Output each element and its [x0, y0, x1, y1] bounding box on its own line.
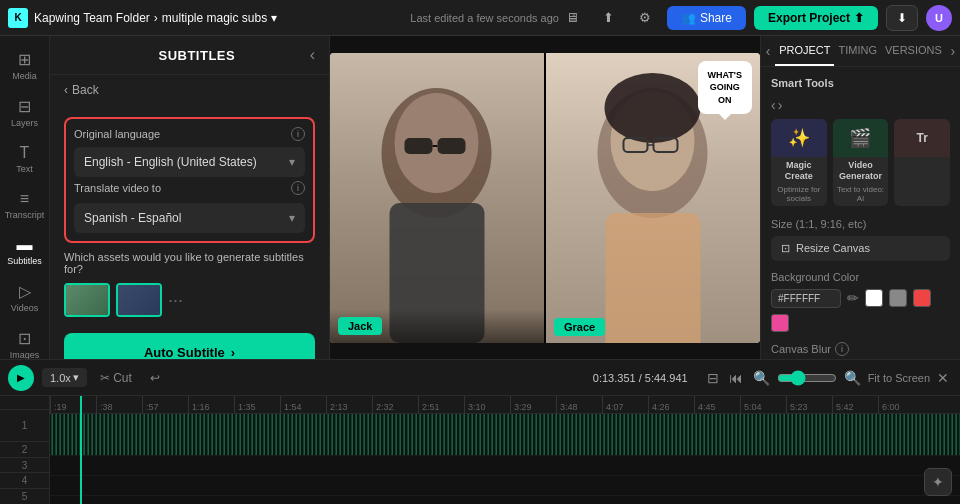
smart-tools-next[interactable]: › [778, 97, 783, 113]
ruler-mark-504: 5:04 [740, 396, 786, 414]
undo-button[interactable]: ↩ [145, 368, 165, 388]
language-settings-section: Original language i English - English (U… [64, 117, 315, 243]
smart-tools-label: Smart Tools [771, 77, 950, 89]
ruler-mark-135: 1:35 [234, 396, 280, 414]
original-language-info-icon[interactable]: i [291, 127, 305, 141]
audio-waveform [50, 414, 960, 455]
sidebar-item-images[interactable]: ⊡ Images [3, 323, 47, 359]
color-swatch-red[interactable] [913, 289, 931, 307]
tool-card-video-generator[interactable]: 🎬 Video Generator Text to video: AI [833, 119, 889, 206]
images-icon: ⊡ [18, 329, 31, 348]
sidebar-item-transcript[interactable]: ≡ Transcript [3, 184, 47, 226]
tab-project[interactable]: PROJECT [775, 36, 834, 66]
ruler-marks-container: :19 :38 :57 1:16 1:35 1:54 2:13 2:32 2:5… [50, 396, 960, 414]
svg-rect-4 [438, 138, 466, 154]
asset-thumb-2[interactable] [116, 283, 162, 317]
corner-sparkle-button[interactable]: ✦ [924, 468, 952, 496]
ruler-mark-116: 1:16 [188, 396, 234, 414]
timeline-skip-button[interactable]: ⏮ [726, 367, 746, 389]
back-button[interactable]: ‹ Back [50, 75, 329, 105]
cut-tool-button[interactable]: ✂ Cut [95, 368, 137, 388]
sidebar-item-subtitles[interactable]: ▬ Subtitles [3, 230, 47, 272]
resize-canvas-button[interactable]: ⊡ Resize Canvas [771, 236, 950, 261]
sidebar-item-videos[interactable]: ▷ Videos [3, 276, 47, 319]
ruler-mark-213: 2:13 [326, 396, 372, 414]
jack-silhouette [330, 53, 544, 343]
timeline-zoom-in-button[interactable]: 🔍 [841, 367, 864, 389]
color-swatch-white[interactable] [865, 289, 883, 307]
smart-tools-grid: ✨ Magic Create Optimize for socials 🎬 Vi… [771, 119, 950, 206]
tool-card-more[interactable]: Tr [894, 119, 950, 206]
ruler-mark-19: :19 [50, 396, 96, 414]
assets-section: Which assets would you like to generate … [64, 251, 315, 317]
media-icon: ⊞ [18, 50, 31, 69]
assets-label: Which assets would you like to generate … [64, 251, 315, 275]
playhead[interactable] [80, 396, 82, 504]
speed-chevron: ▾ [73, 371, 79, 384]
tab-versions[interactable]: VERSIONS [881, 36, 946, 66]
translate-label: Translate video to [74, 182, 161, 194]
original-language-label: Original language [74, 128, 160, 140]
translate-info-icon[interactable]: i [291, 181, 305, 195]
fit-to-screen-button[interactable]: Fit to Screen [868, 372, 930, 384]
sidebar-item-layers[interactable]: ⊟ Layers [3, 91, 47, 134]
tool-card-magic-create[interactable]: ✨ Magic Create Optimize for socials [771, 119, 827, 206]
settings-icon-btn[interactable]: ⚙ [631, 4, 659, 32]
track-label-2: 2 [0, 442, 49, 458]
timeline-close-button[interactable]: ✕ [934, 367, 952, 389]
speed-button[interactable]: 1.0x ▾ [42, 368, 87, 387]
color-swatch-gray[interactable] [889, 289, 907, 307]
sidebar-item-media[interactable]: ⊞ Media [3, 44, 47, 87]
breadcrumb-folder[interactable]: Kapwing Team Folder [34, 11, 150, 25]
monitor-icon-btn[interactable]: 🖥 [559, 4, 587, 32]
sidebar-label-videos: Videos [11, 303, 38, 313]
bg-color-input[interactable] [771, 289, 841, 308]
jack-label-container: Jack [330, 309, 544, 343]
breadcrumb-project[interactable]: multiple magic subs [162, 11, 267, 25]
track-label-5: 5 [0, 489, 49, 504]
ruler-mark-523: 5:23 [786, 396, 832, 414]
sidebar-item-text[interactable]: T Text [3, 138, 47, 180]
export-button[interactable]: Export Project ⬆ [754, 6, 878, 30]
timeline-zoom-out-button[interactable]: 🔍 [750, 367, 773, 389]
more-tool-thumbnail: Tr [894, 119, 950, 157]
original-language-value: English - English (United States) [84, 155, 257, 169]
auto-subtitle-button[interactable]: Auto Subtitle › [64, 333, 315, 359]
tabs-next-button[interactable]: › [946, 36, 960, 66]
original-language-dropdown[interactable]: English - English (United States) ▾ [74, 147, 305, 177]
right-panel: ‹ PROJECT TIMING VERSIONS › Smart Tools … [760, 36, 960, 359]
auto-subtitle-arrow: › [231, 345, 235, 359]
panel-close-button[interactable]: ‹ [310, 46, 315, 64]
ruler-mark-426: 4:26 [648, 396, 694, 414]
breadcrumb-chevron[interactable]: ▾ [271, 11, 277, 25]
share-icon: 👥 [681, 11, 696, 25]
color-swatch-pink[interactable] [771, 314, 789, 332]
tab-timing[interactable]: TIMING [834, 36, 881, 66]
zoom-slider[interactable] [777, 370, 837, 386]
ruler-mark-542: 5:42 [832, 396, 878, 414]
last-edited-status: Last edited a few seconds ago [410, 12, 559, 24]
panel-content: Original language i English - English (U… [50, 105, 329, 359]
ruler-mark-329: 3:29 [510, 396, 556, 414]
tabs-prev-button[interactable]: ‹ [761, 36, 775, 66]
share-button[interactable]: 👥 Share [667, 6, 746, 30]
asset-thumb-1[interactable] [64, 283, 110, 317]
svg-rect-3 [405, 138, 433, 154]
size-section: Size (1:1, 9:16, etc) ⊡ Resize Canvas [771, 218, 950, 261]
translate-dropdown[interactable]: Spanish - Español ▾ [74, 203, 305, 233]
smart-tools-prev[interactable]: ‹ [771, 97, 776, 113]
canvas-blur-info-icon[interactable]: i [835, 342, 849, 356]
upload-icon-btn[interactable]: ⬆ [595, 4, 623, 32]
timeline-split-button[interactable]: ⊟ [704, 367, 722, 389]
magic-create-label: Magic Create [771, 157, 827, 185]
canvas-blur-section: Canvas Blur i Off On [771, 342, 950, 359]
speech-bubble: WHAT'S GOING ON [698, 61, 752, 115]
download-button[interactable]: ⬇ [886, 5, 918, 31]
subtitles-icon: ▬ [17, 236, 33, 254]
sidebar-label-layers: Layers [11, 118, 38, 128]
app-logo: K [8, 8, 28, 28]
color-pencil-icon[interactable]: ✏ [847, 290, 859, 306]
video-right-panel: WHAT'S GOING ON Grace [546, 53, 760, 343]
track-label-1: 1 [0, 410, 49, 442]
play-button[interactable]: ▶ [8, 365, 34, 391]
